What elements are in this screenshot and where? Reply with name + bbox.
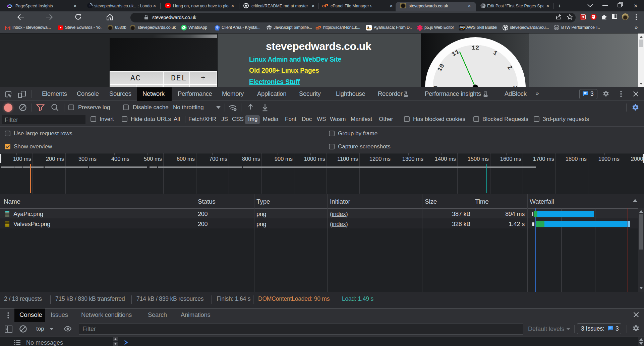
- svg-text:12: 12: [472, 44, 479, 52]
- svg-text:BT: BT: [555, 26, 559, 29]
